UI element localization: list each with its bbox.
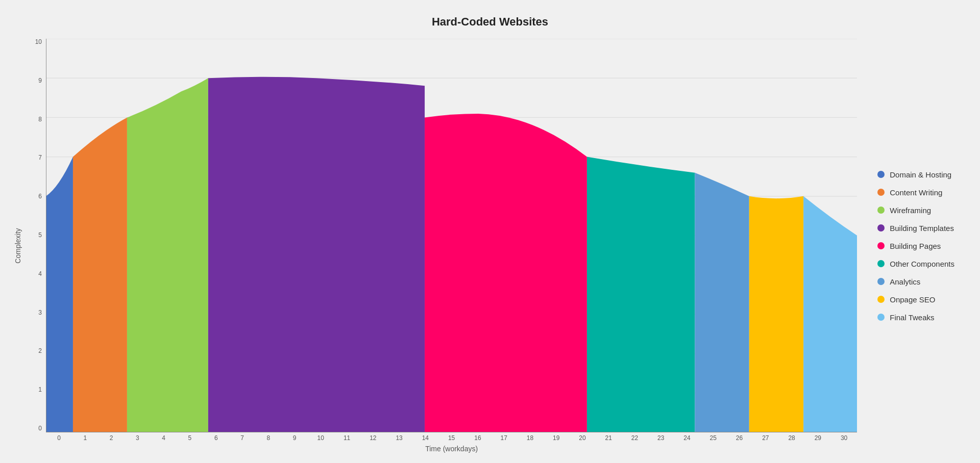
x-tick-17: 17 xyxy=(491,434,517,442)
legend-dot-final-tweaks xyxy=(877,314,885,321)
legend-item-final-tweaks: Final Tweaks xyxy=(877,313,954,322)
x-tick-16: 16 xyxy=(464,434,491,442)
main-chart-svg xyxy=(46,39,857,432)
x-tick-9: 9 xyxy=(281,434,307,442)
y-tick-7: 7 xyxy=(26,155,46,161)
legend-label-final-tweaks: Final Tweaks xyxy=(890,313,934,322)
x-tick-21: 21 xyxy=(596,434,622,442)
x-tick-11: 11 xyxy=(334,434,360,442)
y-tick-0: 0 xyxy=(26,425,46,431)
chart-container: Hard-Coded Websites Complexity 0 1 2 3 4… xyxy=(0,0,980,463)
segment-onpage-seo xyxy=(749,196,803,432)
y-tick-9: 9 xyxy=(26,78,46,84)
legend-dot-domain-hosting xyxy=(877,171,885,178)
x-tick-24: 24 xyxy=(674,434,700,442)
legend-label-building-templates: Building Templates xyxy=(890,224,954,233)
y-tick-8: 8 xyxy=(26,116,46,122)
y-tick-5: 5 xyxy=(26,232,46,238)
legend-dot-onpage-seo xyxy=(877,296,885,303)
x-tick-13: 13 xyxy=(386,434,412,442)
x-ticks: 0 1 2 3 4 5 6 7 8 9 10 11 12 13 xyxy=(46,432,857,442)
segment-final-tweaks xyxy=(803,196,857,432)
legend-item-analytics: Analytics xyxy=(877,277,954,286)
segment-analytics xyxy=(695,173,749,432)
segment-building-templates xyxy=(208,77,425,432)
legend-label-wireframing: Wireframing xyxy=(890,206,931,215)
y-tick-6: 6 xyxy=(26,193,46,199)
x-tick-10: 10 xyxy=(308,434,334,442)
y-tick-1: 1 xyxy=(26,387,46,393)
legend-dot-analytics xyxy=(877,278,885,285)
x-tick-29: 29 xyxy=(805,434,831,442)
legend-item-content-writing: Content Writing xyxy=(877,188,954,197)
x-tick-0: 0 xyxy=(46,434,72,442)
x-tick-23: 23 xyxy=(648,434,674,442)
x-tick-1: 1 xyxy=(72,434,98,442)
x-tick-27: 27 xyxy=(752,434,778,442)
x-tick-7: 7 xyxy=(229,434,255,442)
x-tick-4: 4 xyxy=(151,434,177,442)
legend-item-building-pages: Building Pages xyxy=(877,242,954,250)
x-tick-22: 22 xyxy=(622,434,648,442)
legend-dot-building-templates xyxy=(877,224,885,232)
y-tick-4: 4 xyxy=(26,271,46,277)
segment-other-components xyxy=(587,157,695,432)
legend-item-wireframing: Wireframing xyxy=(877,206,954,215)
x-tick-30: 30 xyxy=(831,434,857,442)
legend-label-onpage-seo: Onpage SEO xyxy=(890,295,935,304)
legend-dot-other-components xyxy=(877,260,885,267)
x-tick-2: 2 xyxy=(99,434,125,442)
x-axis-label: Time (workdays) xyxy=(46,445,857,453)
x-tick-3: 3 xyxy=(125,434,151,442)
legend-dot-wireframing xyxy=(877,207,885,214)
x-axis-area: 0 1 2 3 4 5 6 7 8 9 10 11 12 13 xyxy=(46,432,857,442)
legend-item-onpage-seo: Onpage SEO xyxy=(877,295,954,304)
legend-item-domain-hosting: Domain & Hosting xyxy=(877,170,954,179)
x-tick-25: 25 xyxy=(700,434,726,442)
legend-label-analytics: Analytics xyxy=(890,277,920,286)
x-tick-18: 18 xyxy=(517,434,543,442)
x-tick-26: 26 xyxy=(726,434,752,442)
legend: Domain & Hosting Content Writing Wirefra… xyxy=(857,39,970,453)
svg-area xyxy=(46,39,857,432)
y-axis-ticks: 0 1 2 3 4 5 6 7 8 9 10 xyxy=(26,39,46,432)
x-tick-12: 12 xyxy=(360,434,386,442)
segment-domain-hosting xyxy=(46,157,73,432)
legend-item-building-templates: Building Templates xyxy=(877,224,954,233)
chart-title: Hard-Coded Websites xyxy=(432,15,548,29)
legend-label-domain-hosting: Domain & Hosting xyxy=(890,170,951,179)
x-tick-28: 28 xyxy=(778,434,804,442)
x-tick-20: 20 xyxy=(569,434,595,442)
x-tick-8: 8 xyxy=(255,434,281,442)
legend-label-content-writing: Content Writing xyxy=(890,188,942,197)
y-axis-label: Complexity xyxy=(14,228,22,263)
legend-dot-building-pages xyxy=(877,242,885,249)
segment-content-writing xyxy=(73,117,127,432)
x-tick-14: 14 xyxy=(412,434,438,442)
y-tick-10: 10 xyxy=(26,39,46,45)
segment-wireframing xyxy=(127,78,208,432)
legend-dot-content-writing xyxy=(877,189,885,196)
legend-item-other-components: Other Components xyxy=(877,260,954,268)
x-tick-15: 15 xyxy=(438,434,464,442)
x-tick-5: 5 xyxy=(177,434,203,442)
legend-label-building-pages: Building Pages xyxy=(890,242,941,250)
segment-building-pages xyxy=(425,114,587,432)
y-tick-3: 3 xyxy=(26,310,46,316)
y-axis-label-container: Complexity xyxy=(10,39,26,453)
x-tick-6: 6 xyxy=(203,434,229,442)
legend-label-other-components: Other Components xyxy=(890,260,954,268)
y-tick-2: 2 xyxy=(26,348,46,354)
x-tick-19: 19 xyxy=(543,434,569,442)
